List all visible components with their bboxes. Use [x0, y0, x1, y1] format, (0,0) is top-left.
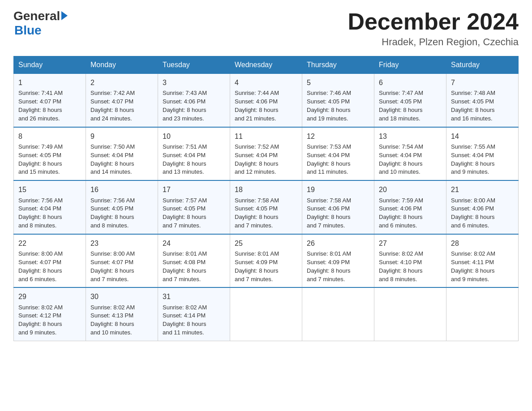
day-number: 9 — [90, 131, 153, 141]
day-number: 26 — [307, 238, 369, 248]
calendar-cell: 18Sunrise: 7:58 AM Sunset: 4:05 PM Dayli… — [230, 180, 302, 234]
calendar-title: December 2024 — [348, 9, 519, 34]
day-info: Sunrise: 8:01 AM Sunset: 4:08 PM Dayligh… — [163, 250, 225, 283]
day-info: Sunrise: 7:55 AM Sunset: 4:04 PM Dayligh… — [451, 143, 514, 176]
day-number: 18 — [235, 184, 297, 195]
day-info: Sunrise: 7:44 AM Sunset: 4:06 PM Dayligh… — [235, 89, 297, 123]
day-info: Sunrise: 7:59 AM Sunset: 4:06 PM Dayligh… — [379, 197, 442, 230]
calendar-cell: 27Sunrise: 8:02 AM Sunset: 4:10 PM Dayli… — [374, 234, 446, 288]
day-info: Sunrise: 7:51 AM Sunset: 4:04 PM Dayligh… — [163, 143, 225, 176]
calendar-cell: 19Sunrise: 7:58 AM Sunset: 4:06 PM Dayli… — [302, 180, 374, 234]
day-info: Sunrise: 7:43 AM Sunset: 4:06 PM Dayligh… — [163, 89, 225, 123]
day-number: 1 — [18, 77, 81, 88]
day-info: Sunrise: 7:50 AM Sunset: 4:04 PM Dayligh… — [90, 143, 153, 176]
calendar-cell: 20Sunrise: 7:59 AM Sunset: 4:06 PM Dayli… — [374, 180, 446, 234]
logo-arrow-icon — [61, 11, 68, 20]
day-number: 3 — [163, 77, 225, 88]
day-info: Sunrise: 8:01 AM Sunset: 4:09 PM Dayligh… — [307, 250, 369, 283]
calendar-cell: 15Sunrise: 7:56 AM Sunset: 4:04 PM Dayli… — [14, 180, 86, 234]
day-number: 11 — [235, 131, 297, 141]
header-sunday: Sunday — [14, 56, 86, 74]
calendar-cell: 21Sunrise: 8:00 AM Sunset: 4:06 PM Dayli… — [446, 180, 519, 234]
day-number: 4 — [235, 77, 297, 88]
header-tuesday: Tuesday — [158, 56, 230, 74]
day-number: 10 — [163, 131, 225, 141]
header-monday: Monday — [86, 56, 158, 74]
calendar-week-row: 8Sunrise: 7:49 AM Sunset: 4:05 PM Daylig… — [14, 127, 519, 181]
day-number: 30 — [90, 291, 153, 302]
day-info: Sunrise: 7:52 AM Sunset: 4:04 PM Dayligh… — [235, 143, 297, 176]
header-thursday: Thursday — [302, 56, 374, 74]
logo-text: General — [13, 9, 68, 23]
calendar-cell: 11Sunrise: 7:52 AM Sunset: 4:04 PM Dayli… — [230, 127, 302, 181]
calendar-cell: 7Sunrise: 7:48 AM Sunset: 4:05 PM Daylig… — [446, 74, 519, 127]
logo: General Blue — [13, 9, 68, 38]
day-info: Sunrise: 7:48 AM Sunset: 4:05 PM Dayligh… — [451, 89, 514, 123]
header-saturday: Saturday — [446, 56, 519, 74]
day-info: Sunrise: 7:47 AM Sunset: 4:05 PM Dayligh… — [379, 89, 442, 123]
day-number: 21 — [451, 184, 514, 195]
day-number: 5 — [307, 77, 369, 88]
day-number: 23 — [90, 238, 153, 248]
page-header: General Blue December 2024 Hradek, Plzen… — [13, 9, 519, 48]
calendar-cell: 8Sunrise: 7:49 AM Sunset: 4:05 PM Daylig… — [14, 127, 86, 181]
day-number: 31 — [163, 291, 225, 302]
day-number: 12 — [307, 131, 369, 141]
title-block: December 2024 Hradek, Plzen Region, Czec… — [348, 9, 519, 48]
calendar-cell: 16Sunrise: 7:56 AM Sunset: 4:05 PM Dayli… — [86, 180, 158, 234]
day-info: Sunrise: 8:02 AM Sunset: 4:14 PM Dayligh… — [163, 304, 225, 337]
day-info: Sunrise: 7:57 AM Sunset: 4:05 PM Dayligh… — [163, 197, 225, 230]
calendar-cell: 4Sunrise: 7:44 AM Sunset: 4:06 PM Daylig… — [230, 74, 302, 127]
header-wednesday: Wednesday — [230, 56, 302, 74]
day-number: 15 — [18, 184, 81, 195]
day-info: Sunrise: 7:56 AM Sunset: 4:04 PM Dayligh… — [18, 197, 81, 230]
day-info: Sunrise: 7:42 AM Sunset: 4:07 PM Dayligh… — [90, 89, 153, 123]
day-info: Sunrise: 8:01 AM Sunset: 4:09 PM Dayligh… — [235, 250, 297, 283]
day-info: Sunrise: 8:00 AM Sunset: 4:07 PM Dayligh… — [90, 250, 153, 283]
day-info: Sunrise: 8:00 AM Sunset: 4:07 PM Dayligh… — [18, 250, 81, 283]
calendar-cell: 31Sunrise: 8:02 AM Sunset: 4:14 PM Dayli… — [158, 287, 230, 341]
calendar-table: SundayMondayTuesdayWednesdayThursdayFrid… — [13, 56, 519, 341]
calendar-cell — [446, 287, 519, 341]
day-info: Sunrise: 7:56 AM Sunset: 4:05 PM Dayligh… — [90, 197, 153, 230]
calendar-cell: 24Sunrise: 8:01 AM Sunset: 4:08 PM Dayli… — [158, 234, 230, 288]
day-number: 2 — [90, 77, 153, 88]
day-number: 22 — [18, 238, 81, 248]
day-number: 29 — [18, 291, 81, 302]
calendar-cell: 29Sunrise: 8:02 AM Sunset: 4:12 PM Dayli… — [14, 287, 86, 341]
day-number: 28 — [451, 238, 514, 248]
calendar-cell: 5Sunrise: 7:46 AM Sunset: 4:05 PM Daylig… — [302, 74, 374, 127]
calendar-cell: 25Sunrise: 8:01 AM Sunset: 4:09 PM Dayli… — [230, 234, 302, 288]
header-friday: Friday — [374, 56, 446, 74]
calendar-week-row: 22Sunrise: 8:00 AM Sunset: 4:07 PM Dayli… — [14, 234, 519, 288]
day-info: Sunrise: 8:02 AM Sunset: 4:13 PM Dayligh… — [90, 304, 153, 337]
day-number: 7 — [451, 77, 514, 88]
calendar-cell: 1Sunrise: 7:41 AM Sunset: 4:07 PM Daylig… — [14, 74, 86, 127]
calendar-cell: 26Sunrise: 8:01 AM Sunset: 4:09 PM Dayli… — [302, 234, 374, 288]
day-info: Sunrise: 8:00 AM Sunset: 4:06 PM Dayligh… — [451, 197, 514, 230]
logo-blue-text: Blue — [14, 23, 42, 38]
calendar-cell: 22Sunrise: 8:00 AM Sunset: 4:07 PM Dayli… — [14, 234, 86, 288]
calendar-cell: 13Sunrise: 7:54 AM Sunset: 4:04 PM Dayli… — [374, 127, 446, 181]
calendar-cell — [230, 287, 302, 341]
day-number: 13 — [379, 131, 442, 141]
calendar-cell: 2Sunrise: 7:42 AM Sunset: 4:07 PM Daylig… — [86, 74, 158, 127]
calendar-cell — [374, 287, 446, 341]
calendar-cell: 9Sunrise: 7:50 AM Sunset: 4:04 PM Daylig… — [86, 127, 158, 181]
logo-general-text: General — [13, 9, 60, 23]
day-info: Sunrise: 7:54 AM Sunset: 4:04 PM Dayligh… — [379, 143, 442, 176]
calendar-cell: 14Sunrise: 7:55 AM Sunset: 4:04 PM Dayli… — [446, 127, 519, 181]
calendar-cell: 17Sunrise: 7:57 AM Sunset: 4:05 PM Dayli… — [158, 180, 230, 234]
day-info: Sunrise: 7:58 AM Sunset: 4:05 PM Dayligh… — [235, 197, 297, 230]
day-number: 27 — [379, 238, 442, 248]
day-number: 14 — [451, 131, 514, 141]
day-info: Sunrise: 8:02 AM Sunset: 4:10 PM Dayligh… — [379, 250, 442, 283]
day-number: 24 — [163, 238, 225, 248]
day-number: 19 — [307, 184, 369, 195]
calendar-cell: 3Sunrise: 7:43 AM Sunset: 4:06 PM Daylig… — [158, 74, 230, 127]
calendar-cell: 10Sunrise: 7:51 AM Sunset: 4:04 PM Dayli… — [158, 127, 230, 181]
day-info: Sunrise: 7:53 AM Sunset: 4:04 PM Dayligh… — [307, 143, 369, 176]
calendar-cell — [302, 287, 374, 341]
day-number: 20 — [379, 184, 442, 195]
day-number: 16 — [90, 184, 153, 195]
